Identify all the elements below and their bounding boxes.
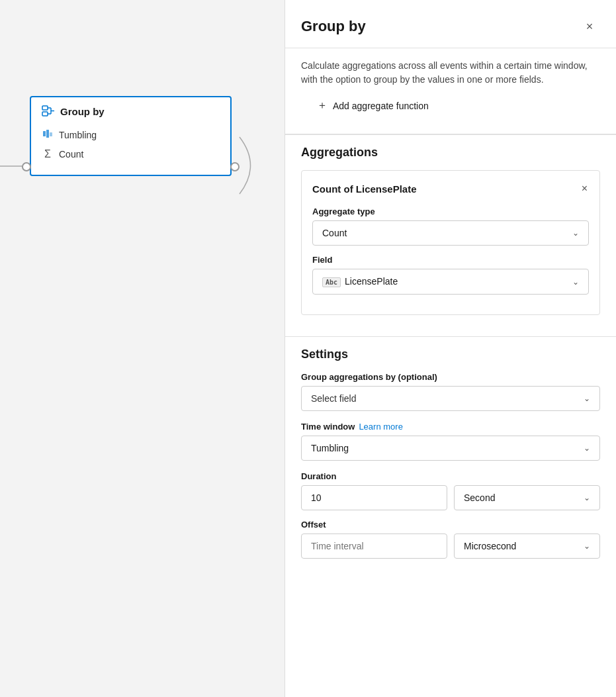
duration-unit-value: Second xyxy=(464,492,495,503)
duration-input[interactable] xyxy=(301,485,447,510)
aggregate-type-chevron-icon: ⌄ xyxy=(572,228,579,238)
offset-unit-value: Microsecond xyxy=(464,541,516,551)
panel-close-button[interactable]: × xyxy=(579,16,600,37)
svg-rect-6 xyxy=(43,131,46,136)
agg-card-title: Count of LicensePlate xyxy=(312,183,417,195)
aggregate-type-value: Count xyxy=(322,228,347,238)
field-type-icon: Abc xyxy=(322,277,341,287)
offset-unit-dropdown[interactable]: Microsecond ⌄ xyxy=(454,534,600,559)
svg-rect-0 xyxy=(42,106,48,110)
node-title: Group by xyxy=(42,105,220,117)
node-item-count-label: Count xyxy=(59,149,83,160)
panel-header: Group by × xyxy=(285,0,616,48)
node-item-count: Σ Count xyxy=(42,144,220,164)
time-window-value: Tumbling xyxy=(311,443,349,453)
group-by-node-icon xyxy=(42,105,55,117)
agg-card-close-button[interactable]: × xyxy=(580,181,589,196)
duration-unit-chevron-icon: ⌄ xyxy=(584,493,590,502)
group-by-optional-label: Group aggregations by (optional) xyxy=(301,372,600,382)
svg-rect-1 xyxy=(42,112,48,116)
offset-label: Offset xyxy=(301,520,600,530)
canvas-curve-svg xyxy=(235,132,281,199)
svg-rect-7 xyxy=(46,130,49,138)
aggregate-type-label: Aggregate type xyxy=(312,207,589,216)
agg-card-header: Count of LicensePlate × xyxy=(312,181,589,196)
time-window-chevron-icon: ⌄ xyxy=(584,443,590,453)
time-window-dropdown[interactable]: Tumbling ⌄ xyxy=(301,436,600,461)
node-title-text: Group by xyxy=(60,106,105,117)
group-by-node[interactable]: Group by Tumbling Σ Count xyxy=(30,96,232,176)
group-by-placeholder: Select field xyxy=(311,393,356,404)
offset-time-input[interactable] xyxy=(301,534,447,559)
node-item-tumbling-label: Tumbling xyxy=(59,130,97,140)
field-value-row: AbcLicensePlate xyxy=(322,276,398,287)
plus-icon: ＋ xyxy=(317,99,328,113)
svg-rect-8 xyxy=(50,132,52,136)
duration-label: Duration xyxy=(301,471,600,481)
aggregations-section-title: Aggregations xyxy=(301,146,600,160)
duration-row: Second ⌄ xyxy=(301,485,600,510)
field-label: Field xyxy=(312,255,589,265)
learn-more-link[interactable]: Learn more xyxy=(359,422,402,432)
field-chevron-icon: ⌄ xyxy=(572,277,579,287)
aggregation-card: Count of LicensePlate × Aggregate type C… xyxy=(301,170,600,315)
count-sigma-icon: Σ xyxy=(42,148,54,160)
tumbling-icon xyxy=(42,129,54,140)
duration-unit-dropdown[interactable]: Second ⌄ xyxy=(454,485,600,510)
time-window-label: Time window xyxy=(301,422,355,432)
settings-section-title: Settings xyxy=(301,348,600,361)
panel-title: Group by xyxy=(301,18,366,35)
group-by-chevron-icon: ⌄ xyxy=(584,394,590,403)
aggregate-type-dropdown[interactable]: Count ⌄ xyxy=(312,220,589,246)
aggregations-section: Aggregations Count of LicensePlate × Agg… xyxy=(285,134,616,336)
offset-row: Microsecond ⌄ xyxy=(301,534,600,559)
left-connector-dot xyxy=(22,162,31,171)
offset-unit-chevron-icon: ⌄ xyxy=(584,541,590,551)
right-panel: Group by × Calculate aggregations across… xyxy=(285,0,616,697)
add-aggregate-function-button[interactable]: ＋ Add aggregate function xyxy=(317,96,429,115)
canvas-area: Group by Tumbling Σ Count xyxy=(0,0,285,697)
panel-description: Calculate aggregations across all events… xyxy=(285,48,616,134)
settings-section: Settings Group aggregations by (optional… xyxy=(285,336,616,579)
time-window-label-row: Time window Learn more xyxy=(301,422,600,432)
field-dropdown[interactable]: AbcLicensePlate ⌄ xyxy=(312,269,589,295)
group-by-dropdown[interactable]: Select field ⌄ xyxy=(301,386,600,411)
node-item-tumbling: Tumbling xyxy=(42,125,220,144)
